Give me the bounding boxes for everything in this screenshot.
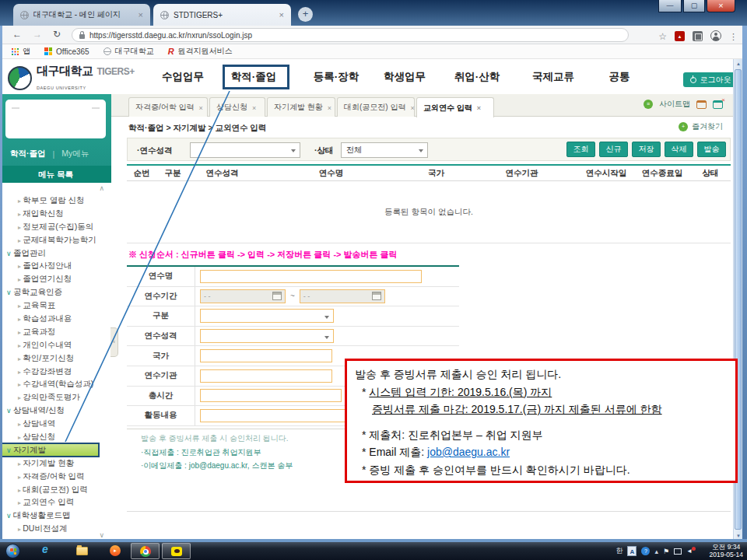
sidebar-item-info-consent[interactable]: 정보제공(수집)동의 [0,220,111,233]
sidebar-item-course-history[interactable]: 수강내역(학습성과) [0,377,111,390]
nature-select[interactable] [200,329,334,343]
nav-item-registration[interactable]: 등록·장학 [314,70,359,84]
sidebar-collapse-handle[interactable] [110,327,118,357]
ime-language-indicator[interactable]: 한 [615,546,622,556]
tab-license-language[interactable]: 자격증/어학 입력 [128,97,208,117]
sidebar-item-parent-view[interactable]: 학부모 열람 신청 [0,194,111,207]
nav-item-common[interactable]: 공통 [609,70,630,84]
tab-external-training[interactable]: 교외연수 입력 [416,97,494,117]
close-tab-icon[interactable] [139,10,143,19]
sidebar-group-campus-roadmap[interactable]: 대학생활로드맵 [0,509,111,522]
university-logo[interactable]: 대구대학교 TIGERS+ DAEGU UNIVERSITY [8,64,135,93]
taskbar-clock[interactable]: 오전 9:34 2019-05-14 [710,544,743,558]
calendar-icon[interactable] [272,292,282,300]
delete-button[interactable]: 삭제 [665,142,693,157]
kakaotalk-taskbar-button[interactable] [162,543,191,559]
reload-icon[interactable] [53,29,61,40]
close-all-windows-icon[interactable] [713,100,723,109]
ie-taskbar-icon[interactable] [42,543,48,555]
sidebar-item-external-training[interactable]: 교외연수 입력 [0,495,111,509]
sitemap-link[interactable]: 사이트맵 [659,99,690,110]
sidebar-item-confirm-waiver[interactable]: 확인/포기신청 [0,352,111,365]
category-select[interactable] [200,309,334,323]
end-date-input[interactable]: - - [300,289,385,303]
tab-selfdev-status[interactable]: 자기계발 현황 [267,97,335,117]
sidebar-item-counsel-history[interactable]: 상담내역 [0,417,111,430]
calendar-icon[interactable] [372,292,381,300]
sidebar-item-lecture-satisfaction[interactable]: 강의만족도평가 [0,390,111,404]
sidebar-item-graduation-delay[interactable]: 졸업연기신청 [0,272,111,285]
back-icon[interactable] [12,29,22,40]
tab-counsel-apply[interactable]: 상담신청 [209,97,265,117]
sidebar-group-self-development[interactable]: 자기계발 [0,443,99,457]
sidebar-item-contest-input[interactable]: 대회(공모전) 입력 [0,483,111,496]
browser-tab-stdtigers[interactable]: STDTIGERS+ [153,4,291,26]
network-icon[interactable] [674,548,682,555]
nav-item-career[interactable]: 취업·산학 [454,70,500,84]
sidebar-tab-records[interactable]: 학적·졸업 [10,149,46,159]
close-icon[interactable] [477,103,481,112]
window-maximize-button[interactable] [683,0,705,12]
sidebar-item-du-vision[interactable]: DU비전설계 [0,522,111,535]
address-bar[interactable]: https://tigersstd.daegu.ac.kr/nxrun/ssoL… [72,28,629,42]
window-close-button[interactable] [707,0,735,12]
chrome-taskbar-button[interactable] [131,543,160,559]
close-icon[interactable] [199,103,203,112]
media-player-taskbar-icon[interactable] [110,545,121,556]
new-tab-button[interactable] [298,7,313,22]
window-minimize-button[interactable] [658,0,682,12]
open-window-icon[interactable] [696,100,707,109]
sidebar-item-personal-record[interactable]: 개인이수내역 [0,338,111,352]
total-hours-input[interactable] [200,389,342,402]
bookmark-star-icon[interactable] [658,29,667,43]
close-icon[interactable] [410,103,414,112]
profile-avatar-icon[interactable] [710,30,721,41]
status-select[interactable]: 전체 [341,142,428,158]
save-button[interactable]: 저장 [632,142,661,157]
new-button[interactable]: 신규 [599,142,628,157]
sidebar-item-course-change[interactable]: 수강강좌변경 [0,365,111,378]
email-link[interactable]: job@daegu.ac.kr [427,446,510,458]
help-tray-icon[interactable] [641,547,650,555]
sidebar-item-selfdev-status[interactable]: 자기계발 현황 [0,457,111,470]
bookmark-remote-support[interactable]: 원격지원서비스 [168,46,233,57]
chevron-up-icon[interactable] [99,184,104,192]
sidebar-item-curriculum[interactable]: 교육과정 [0,325,111,338]
muted-speaker-icon[interactable] [686,548,693,555]
search-button[interactable]: 조회 [566,142,595,157]
sidebar-group-engineering-cert[interactable]: 공학교육인증 [0,285,111,299]
sidebar-item-license-language[interactable]: 자격증/어학 입력 [0,470,111,483]
ime-mode-indicator[interactable]: A [627,546,637,556]
training-nature-select[interactable] [190,142,300,158]
nav-item-classes[interactable]: 수업업무 [162,70,204,84]
start-date-input[interactable]: - - [200,289,286,303]
pdf-extension-icon[interactable] [675,31,685,41]
show-hidden-icons[interactable] [654,548,658,555]
sidebar-item-edu-goal[interactable]: 교육목표 [0,299,111,312]
close-icon[interactable] [328,103,331,112]
sidebar-item-military-return[interactable]: 군제대복학가능학기 [0,233,111,247]
tab-contest-input[interactable]: 대회(공모전) 입력 [337,97,415,117]
bookmark-office365[interactable]: Office365 [44,47,89,56]
country-input[interactable] [200,349,332,362]
browser-menu-icon[interactable] [729,29,738,43]
sidebar-group-counseling[interactable]: 상담내역/신청 [0,404,111,417]
bookmark-daegu[interactable]: 대구대학교 [103,46,154,57]
sidebar-item-learning-outcome[interactable]: 학습성과내용 [0,312,111,325]
sidebar-tab-mymenu[interactable]: My메뉴 [61,149,89,159]
chevron-down-icon[interactable] [99,531,104,539]
start-button[interactable] [5,544,20,558]
institution-input[interactable] [200,369,332,383]
explorer-taskbar-icon[interactable] [76,547,88,555]
send-button[interactable]: 발송 [697,142,726,157]
sidebar-item-readmission[interactable]: 재입학신청 [0,207,111,220]
sidebar-item-graduation-guide[interactable]: 졸업사정안내 [0,259,111,272]
nav-item-international[interactable]: 국제교류 [532,70,574,84]
add-favorite[interactable]: 즐겨찾기 [679,121,723,132]
extension-icon[interactable] [693,31,703,41]
logout-button[interactable]: 로그아웃 [683,72,738,87]
bookmark-apps[interactable]: 앱 [11,46,30,57]
training-name-input[interactable] [200,270,422,283]
close-icon[interactable] [252,103,256,112]
sidebar-item-counsel-apply[interactable]: 상담신청 [0,430,111,443]
